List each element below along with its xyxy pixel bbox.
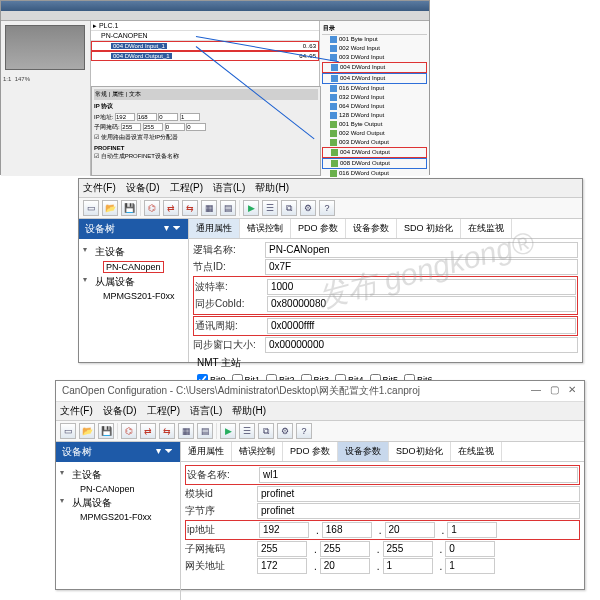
open-icon[interactable]: 📂 <box>102 200 118 216</box>
device-tree-panel: 设备树▾ ⏷ 主设备 PN-CANopen 从属设备 MPMGS201-F0xx <box>56 442 181 600</box>
sync-cobid-input[interactable]: 0x80000080 <box>267 296 576 312</box>
ip-address-row: ip地址 192. 168. 20. 1 <box>185 520 580 540</box>
tabs[interactable]: 通用属性 错误控制 PDO 参数 设备参数 SDO初始化 在线监视 <box>181 442 584 462</box>
device-name-input[interactable]: wl1 <box>259 467 578 483</box>
menubar[interactable]: 文件(F)设备(D)工程(P)语言(L)帮助(H) <box>56 402 584 421</box>
tree-slave[interactable]: 从属设备 <box>81 273 186 291</box>
subnet-mask-row: 子网掩码 255. 255. 255. 0 <box>185 541 580 557</box>
device-3d-icon <box>5 25 85 70</box>
help-icon[interactable]: ? <box>319 200 335 216</box>
device-tree-panel: 设备树▾ ⏷ 主设备 PN-CANopen 从属设备 MPMGS201-F0xx <box>79 219 189 362</box>
logical-name-input[interactable]: PN-CANopen <box>265 242 578 258</box>
toolbar[interactable]: ▭ 📂 💾 ⌬ ⇄ ⇆ ▦ ▤ ▶ ☰ ⧉ ⚙ ? <box>79 198 582 219</box>
tab-device-params[interactable]: 设备参数 <box>338 442 389 461</box>
pn-canopen-node[interactable]: PN-CANopen <box>103 261 164 273</box>
canopen-config-window-2: CanOpen Configuration - C:\Users\Adminis… <box>55 380 585 590</box>
minimize-icon[interactable]: — <box>530 384 542 398</box>
top-ide-thumbnail: 1:1 147% ▸ PLC.1 PN-CANOPEN 004 DWord In… <box>0 0 430 175</box>
slave-node[interactable]: MPMGS201-F0xx <box>81 291 186 301</box>
sync-window-input[interactable]: 0x00000000 <box>265 337 578 353</box>
comm-period-input[interactable]: 0x0000ffff <box>267 318 576 334</box>
pin-icon[interactable]: ▾ ⏷ <box>164 222 182 236</box>
node-id-input[interactable]: 0x7F <box>265 259 578 275</box>
tree-icon[interactable]: ⌬ <box>144 200 160 216</box>
save-icon[interactable]: 💾 <box>121 200 137 216</box>
baudrate-input[interactable]: 1000 <box>267 279 576 295</box>
canopen-config-window-1: 文件(F)设备(D)工程(P)语言(L)帮助(H) ▭ 📂 💾 ⌬ ⇄ ⇆ ▦ … <box>78 178 583 363</box>
titlebar: CanOpen Configuration - C:\Users\Adminis… <box>56 381 584 402</box>
toolbar[interactable]: ▭📂💾 ⌬⇄⇆ ▦▤ ▶☰⧉⚙? <box>56 421 584 442</box>
new-icon[interactable]: ▭ <box>83 200 99 216</box>
catalog-tree[interactable]: 目录 001 Byte Input002 Word Input003 DWord… <box>319 21 429 176</box>
close-icon[interactable]: ✕ <box>566 384 578 398</box>
menubar[interactable]: 文件(F)设备(D)工程(P)语言(L)帮助(H) <box>79 179 582 198</box>
gateway-row: 网关地址 172. 20. 1. 1 <box>185 558 580 574</box>
tab-general[interactable]: 通用属性 <box>189 219 240 238</box>
byte-order-input[interactable]: profinet <box>257 503 580 519</box>
tabs[interactable]: 通用属性 错误控制 PDO 参数 设备参数 SDO 初始化 在线监视 <box>189 219 582 239</box>
module-id-input[interactable]: profinet <box>257 486 580 502</box>
tree-master[interactable]: 主设备 <box>81 243 186 261</box>
maximize-icon[interactable]: ▢ <box>548 384 560 398</box>
